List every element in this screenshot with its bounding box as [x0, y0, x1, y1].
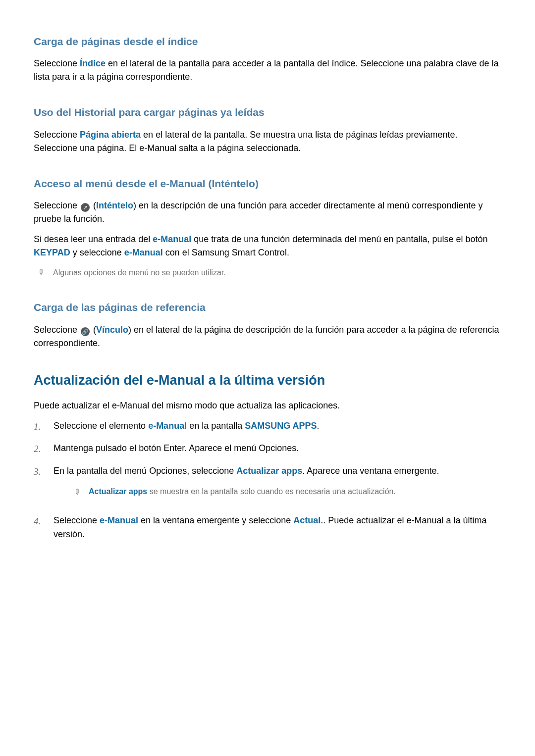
heading-index-pages: Carga de páginas desde el índice	[34, 35, 501, 48]
section-update-emanual: Actualización del e-Manual a la última v…	[34, 372, 501, 542]
document-page: Carga de páginas desde el índice Selecci…	[0, 0, 535, 580]
try-it-icon: ↗	[81, 203, 90, 212]
section-try-it: Acceso al menú desde el e-Manual (Intént…	[34, 177, 501, 279]
note-row: ✎ Algunas opciones de menú no se pueden …	[34, 266, 501, 279]
list-item: En la pantalla del menú Opciones, selecc…	[34, 464, 501, 506]
link-vinculo[interactable]: Vínculo	[96, 325, 128, 335]
note-text: Algunas opciones de menú no se pueden ut…	[53, 266, 226, 279]
link-actualizar-apps[interactable]: Actualizar apps	[236, 466, 302, 476]
link-indice[interactable]: Índice	[80, 58, 106, 68]
note-text: Actualizar apps se muestra en la pantall…	[89, 485, 396, 498]
heading-reference-pages: Carga de las páginas de referencia	[34, 301, 501, 314]
link-actualizar-apps[interactable]: Actualizar apps	[89, 487, 147, 496]
link-e-manual[interactable]: e-Manual	[153, 234, 191, 244]
link-e-manual[interactable]: e-Manual	[148, 421, 187, 431]
link-icon: 🔗	[81, 327, 90, 336]
ordered-list: Seleccione el elemento e-Manual en la pa…	[34, 419, 501, 542]
paragraph: Seleccione 🔗 (Vínculo) en el lateral de …	[34, 323, 501, 350]
list-item: Seleccione e-Manual en la ventana emerge…	[34, 514, 501, 542]
list-item: Mantenga pulsado el botón Enter. Aparece…	[34, 442, 501, 456]
link-keypad[interactable]: KEYPAD	[34, 248, 70, 257]
link-actual[interactable]: Actual.	[293, 515, 323, 525]
paragraph: Seleccione Página abierta en el lateral …	[34, 128, 501, 155]
paragraph: Seleccione Índice en el lateral de la pa…	[34, 57, 501, 84]
link-pagina-abierta[interactable]: Página abierta	[80, 130, 141, 140]
heading-history: Uso del Historial para cargar páginas ya…	[34, 105, 501, 119]
note-row: ✎ Actualizar apps se muestra en la panta…	[54, 485, 501, 499]
section-reference-pages: Carga de las páginas de referencia Selec…	[34, 301, 501, 350]
list-item: Seleccione el elemento e-Manual en la pa…	[34, 419, 501, 434]
link-intentelo[interactable]: Inténtelo	[96, 201, 133, 210]
paragraph: Si desea leer una entrada del e-Manual q…	[34, 233, 501, 259]
link-e-manual[interactable]: e-Manual	[100, 515, 138, 525]
pencil-icon: ✎	[70, 486, 83, 499]
section-history: Uso del Historial para cargar páginas ya…	[34, 105, 501, 154]
section-index-pages: Carga de páginas desde el índice Selecci…	[34, 35, 501, 84]
heading-try-it: Acceso al menú desde el e-Manual (Intént…	[34, 177, 501, 190]
pencil-icon: ✎	[35, 266, 47, 278]
link-e-manual[interactable]: e-Manual	[124, 248, 163, 257]
paragraph-intro: Puede actualizar el e-Manual del mismo m…	[34, 399, 501, 412]
paragraph: Seleccione ↗ (Inténtelo) en la descripci…	[34, 199, 501, 226]
heading-update-emanual: Actualización del e-Manual a la última v…	[34, 372, 501, 389]
link-samsung-apps[interactable]: SAMSUNG APPS	[245, 421, 317, 431]
